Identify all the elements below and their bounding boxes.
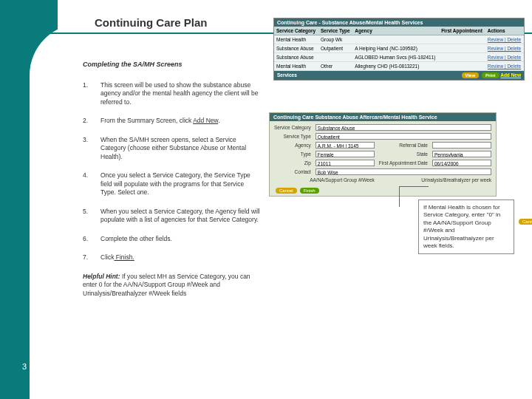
step-text: Once you select a Service Category, the … <box>100 171 260 197</box>
finish-button[interactable]: Finish <box>300 188 319 194</box>
label-state: State <box>379 151 428 157</box>
callout-pills: Cancel Finish <box>517 219 532 225</box>
label-first-appt: First Appointment Date <box>379 160 428 166</box>
table-row: Substance AbuseAGLOBED Human Svcs (HS-18… <box>274 53 524 62</box>
screenshot-form: Continuing Care Substance Abuse Aftercar… <box>269 112 497 197</box>
step-num: 2. <box>83 117 100 125</box>
step-num: 4. <box>83 171 100 197</box>
input-service-category[interactable]: Substance Abuse <box>316 124 491 131</box>
services-footer: Services View Print Add New <box>274 71 524 80</box>
table-row: Mental HealthGroup WkReview | Delete <box>274 35 524 44</box>
print-pill[interactable]: Print <box>482 72 499 78</box>
th: First Appointment <box>439 27 485 35</box>
page-title: Continuing Care Plan <box>95 16 208 29</box>
label-service-type: Service Type <box>274 134 311 139</box>
step-text: Click Finish. <box>100 253 260 262</box>
label-service-category: Service Category <box>274 125 311 130</box>
step-text: This screen will be used to show the sub… <box>100 81 260 106</box>
step-num: 6. <box>83 235 100 243</box>
section-subtitle: Completing the SA/MH Screens <box>83 61 260 68</box>
th: Actions <box>485 27 524 35</box>
table-row: Mental HealthOtherAllegheny CHD (HS-0813… <box>274 62 524 71</box>
services-table: Service Category Service Type Agency Fir… <box>274 27 524 71</box>
label-referral-date: Referral Date <box>379 143 428 148</box>
step-text: When the SA/MH screen opens, select a Se… <box>100 136 260 161</box>
input-contact[interactable]: Bob Wise <box>316 168 491 175</box>
step-num: 5. <box>83 208 100 225</box>
th: Service Category <box>274 27 318 35</box>
finish-link: Finish. <box>114 253 134 261</box>
step-6: 6. Complete the other fields. <box>83 235 260 243</box>
label-type: Type <box>274 151 311 157</box>
hint-label: Helpful Hint: <box>83 273 120 280</box>
step-num: 3. <box>83 136 100 161</box>
row-actions[interactable]: Review | Delete <box>485 44 524 53</box>
form-title: Continuing Care Substance Abuse Aftercar… <box>270 113 496 121</box>
label-zip: Zip <box>274 160 311 166</box>
step-num: 1. <box>83 81 100 106</box>
page-number: 3 <box>22 362 27 371</box>
row-actions[interactable]: Review | Delete <box>485 62 524 71</box>
step-1: 1. This screen will be used to show the … <box>83 81 260 106</box>
table-row: Substance AbuseOutpatientA Helping Hand … <box>274 44 524 53</box>
th: Agency <box>352 27 439 35</box>
callout-box: If Mental Health is chosen for Service C… <box>418 200 514 254</box>
step-5: 5. When you select a Service Category, t… <box>83 208 260 225</box>
view-pill[interactable]: View <box>462 72 480 78</box>
main-content: Completing the SA/MH Screens 1. This scr… <box>83 61 260 298</box>
cancel-pill[interactable]: Cancel <box>519 219 532 225</box>
th: Service Type <box>318 27 352 35</box>
input-service-type[interactable]: Outpatient <box>316 133 491 140</box>
row-actions[interactable]: Review | Delete <box>485 53 524 62</box>
step-num: 7. <box>83 253 100 262</box>
screenshot-summary-table: Continuing Care - Substance Abuse/Mental… <box>273 18 525 81</box>
label-contact: Contact <box>274 169 311 174</box>
add-new-link: Add New <box>193 117 218 124</box>
panel-title: Continuing Care - Substance Abuse/Mental… <box>274 18 524 27</box>
input-first-appt[interactable]: 06/14/2006 <box>432 160 491 166</box>
step-2: 2. From the Summary Screen, click Add Ne… <box>83 117 260 125</box>
input-zip[interactable]: 21011 <box>316 160 375 166</box>
label-support-group: AA/NA/Support Group #/Week <box>274 177 375 183</box>
step-4: 4. Once you select a Service Category, t… <box>83 171 260 197</box>
label-agency: Agency <box>274 143 311 148</box>
step-3: 3. When the SA/MH screen opens, select a… <box>83 136 260 161</box>
row-actions[interactable]: Review | Delete <box>485 35 524 44</box>
input-state[interactable]: Pennsylvania <box>432 151 491 157</box>
input-agency[interactable]: A.R.M. - MH | 3145 <box>316 142 375 149</box>
step-7: 7. Click Finish. <box>83 253 260 262</box>
cancel-button[interactable]: Cancel <box>276 188 297 194</box>
label-urinalysis: Urinalysis/Breathalyzer per week <box>379 177 491 183</box>
helpful-hint: Helpful Hint: If you select MH as Servic… <box>83 273 260 298</box>
add-new-link[interactable]: Add New <box>500 72 521 78</box>
step-text: When you select a Service Category, the … <box>100 208 260 225</box>
step-text: Complete the other fields. <box>100 235 260 243</box>
callout-text: If Mental Health is chosen for Service C… <box>423 204 500 249</box>
input-type[interactable]: Female <box>316 151 375 157</box>
step-text: From the Summary Screen, click Add New. <box>100 117 260 125</box>
input-referral-date[interactable] <box>432 142 491 149</box>
